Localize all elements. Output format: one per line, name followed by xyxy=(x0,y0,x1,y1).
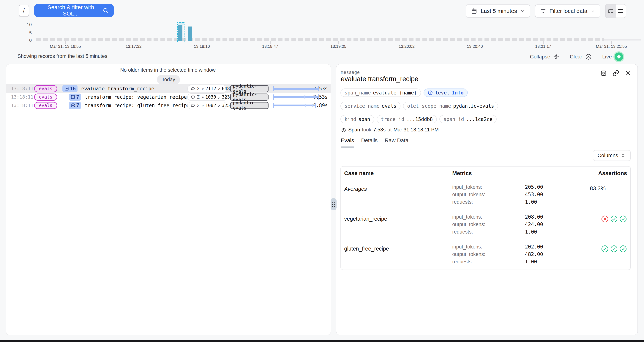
took-duration: 7.53s xyxy=(373,127,386,133)
menu-lines-icon xyxy=(618,8,624,14)
duration-bar xyxy=(273,84,313,93)
attribute-pill-level[interactable]: levelInfo xyxy=(424,88,468,97)
tokens-coin-icon xyxy=(190,94,196,100)
trace-row[interactable]: 13:18:11evals16evaluate transform_recipe… xyxy=(6,84,331,93)
filter-local-data-dropdown[interactable]: Filter local data xyxy=(535,5,600,18)
took-preposition: at xyxy=(388,127,392,133)
header-case-name: Case name xyxy=(344,170,452,177)
y-axis-tick-label: 0 xyxy=(20,38,32,43)
tokens-coin-icon xyxy=(190,86,196,91)
sigma-icon: Σ xyxy=(197,94,200,100)
assertion-fail-icon[interactable] xyxy=(601,215,609,223)
evals-badge[interactable]: evals xyxy=(34,102,57,109)
today-pill[interactable]: Today xyxy=(157,75,180,84)
close-icon[interactable] xyxy=(624,69,632,77)
x-axis-tick-label: Mar 31. 13:16:55 xyxy=(50,44,81,49)
attribute-pill-service_name[interactable]: service_nameevals xyxy=(340,102,400,110)
evals-badge[interactable]: evals xyxy=(34,85,57,92)
assertion-pass-icon[interactable] xyxy=(610,215,618,223)
case-name: gluten_free_recipe xyxy=(344,244,452,266)
case-metrics: input_tokens:205.00output_tokens:453.00r… xyxy=(452,184,590,207)
attribute-pill-kind[interactable]: kindspan xyxy=(340,115,374,123)
status-row: Showing records from the last 5 minutes … xyxy=(0,50,644,64)
duration-bar-start-cap xyxy=(273,103,274,108)
attribute-pill-span_id[interactable]: span_id...1ca2ce xyxy=(440,115,496,123)
token-stats-pill[interactable]: Σ↗2112↙648 xyxy=(187,85,227,92)
otel-scope-tag[interactable]: pydantic-evals xyxy=(230,102,268,109)
search-button[interactable]: Search & filter with SQL... xyxy=(34,4,114,17)
window-bottom-edge xyxy=(0,340,644,342)
chart-bar[interactable] xyxy=(188,27,192,41)
x-axis-tick xyxy=(202,41,202,44)
span-count-badge[interactable]: 16 xyxy=(62,85,78,92)
view-mode-toggle xyxy=(605,4,626,18)
metric-label: output_tokens: xyxy=(452,251,525,257)
y-axis-tick xyxy=(36,23,36,25)
duration-bar xyxy=(273,93,313,101)
token-stats-pill[interactable]: Σ↗1030↙323 xyxy=(187,93,227,101)
attribute-pill-trace_id[interactable]: trace_id...15ddb8 xyxy=(377,115,437,123)
assertion-pass-icon[interactable] xyxy=(619,215,627,223)
x-axis-tick xyxy=(134,41,134,44)
duration-bar-tick xyxy=(312,104,313,107)
attr-key: span_name xyxy=(344,90,371,96)
took-verb: took xyxy=(362,127,372,133)
slash-key-label: / xyxy=(23,8,24,14)
filter-icon xyxy=(540,8,546,14)
dock-panel-button[interactable] xyxy=(600,69,607,77)
trace-row[interactable]: 13:18:11evals7transform_recipe: vegetari… xyxy=(6,93,331,101)
y-axis-tick xyxy=(36,39,36,41)
assertion-pass-icon[interactable] xyxy=(610,245,618,253)
otel-scope-tag[interactable]: pydantic-evals xyxy=(230,85,268,92)
copy-link-icon[interactable] xyxy=(612,69,620,77)
case-metrics: input_tokens:208.00output_tokens:424.00r… xyxy=(452,214,590,236)
x-axis-tick xyxy=(270,41,270,44)
evals-table: Case name Metrics Assertions Averagesinp… xyxy=(340,166,631,270)
duration-bar-tick xyxy=(304,95,306,99)
x-axis-tick xyxy=(338,41,339,44)
case-assertions xyxy=(590,244,627,266)
attr-key: service_name xyxy=(344,103,380,109)
metric-line: requests:1.00 xyxy=(452,229,590,236)
otel-scope-tag[interactable]: pydantic-evals xyxy=(230,94,268,101)
duration-bar-tick xyxy=(314,95,316,99)
clear-button[interactable]: Clear xyxy=(570,53,592,60)
attribute-pill-span_name[interactable]: span_nameevaluate {name} xyxy=(340,88,421,97)
token-stats-pill[interactable]: Σ↗1082↙325 xyxy=(187,102,227,109)
tree-view-toggle[interactable] xyxy=(606,5,616,18)
span-name: transform_recipe: gluten_free_recipe xyxy=(85,103,190,108)
attribute-pill-otel_scope_name[interactable]: otel_scope_namepydantic-evals xyxy=(403,102,498,110)
trace-row-metrics: Σ↗1082↙325pydantic-evals6.89s xyxy=(187,101,328,110)
chart-plot-area[interactable]: Mar 31. 13:16:5513:17:3213:18:1013:18:47… xyxy=(36,20,641,50)
metric-line: requests:1.00 xyxy=(452,199,590,207)
tree-connector-line xyxy=(73,97,76,106)
top-bar: / Search & filter with SQL... Last 5 min… xyxy=(0,0,644,21)
metric-label: output_tokens: xyxy=(452,222,525,227)
evals-badge[interactable]: evals xyxy=(34,94,57,101)
tokens-in-value: 1030 xyxy=(205,94,216,100)
tokens-in-arrow-icon: ↗ xyxy=(201,86,204,91)
x-axis-tick-label: 13:20:02 xyxy=(398,44,414,49)
columns-button-label: Columns xyxy=(598,152,618,158)
slash-shortcut-key[interactable]: / xyxy=(19,5,29,17)
time-range-dropdown[interactable]: Last 5 minutes xyxy=(466,5,530,18)
x-axis-tick xyxy=(543,41,544,44)
flat-list-toggle[interactable] xyxy=(616,5,626,18)
assertion-icons xyxy=(590,215,627,223)
tokens-out-arrow-icon: ↙ xyxy=(218,103,220,108)
attr-key: otel_scope_name xyxy=(407,103,451,109)
columns-button[interactable]: Columns xyxy=(593,150,631,161)
span-attributes: span_nameevaluate {name}levelInfoservice… xyxy=(340,88,632,123)
trace-row[interactable]: 13:18:11evals7transform_recipe: gluten_f… xyxy=(6,101,331,110)
trace-row-timestamp: 13:18:11 xyxy=(11,86,33,91)
assertion-pass-icon[interactable] xyxy=(601,245,609,253)
search-button-label: Search & filter with SQL... xyxy=(39,4,102,17)
attr-value: evaluate {name} xyxy=(373,90,417,96)
metric-label: input_tokens: xyxy=(452,244,525,250)
panel-resize-handle[interactable] xyxy=(330,198,336,210)
time-range-label: Last 5 minutes xyxy=(480,8,517,14)
live-toggle[interactable]: Live xyxy=(602,53,623,61)
collapse-button[interactable]: Collapse xyxy=(530,54,560,60)
header-assertions: Assertions xyxy=(590,170,627,177)
assertion-pass-icon[interactable] xyxy=(619,245,627,253)
